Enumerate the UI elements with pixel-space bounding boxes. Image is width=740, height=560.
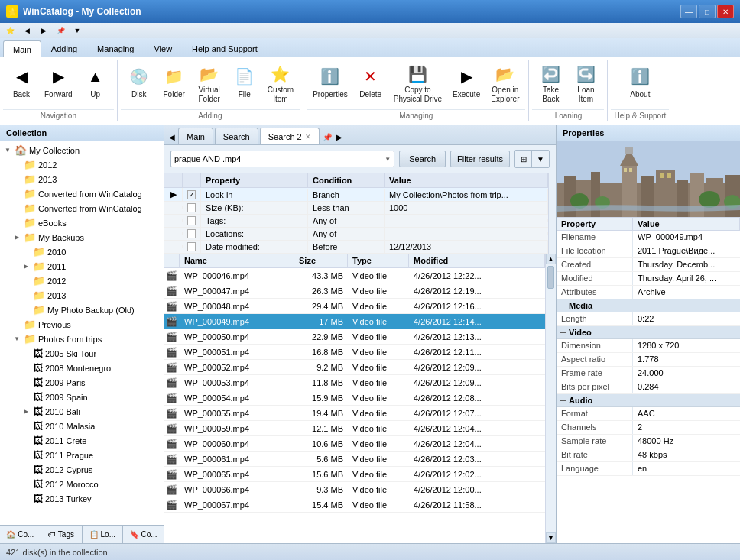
tab-main[interactable]: Main	[178, 128, 213, 144]
sidebar-tree-item-22[interactable]: 🖼2012 Cyprus	[0, 462, 164, 477]
tree-expander-19[interactable]	[21, 422, 31, 431]
sidebar-tree-item-16[interactable]: 🖼2009 Paris	[0, 375, 164, 390]
file-row-14[interactable]: 🎬WP_000066.mp49.3 MBVideo file4/26/2012 …	[164, 482, 545, 497]
tree-expander-21[interactable]	[21, 451, 31, 460]
sidebar-tree-item-20[interactable]: 🖼2011 Crete	[0, 433, 164, 448]
sidebar-tree-item-14[interactable]: 🖼2005 Ski Tour	[0, 346, 164, 361]
col-header-icon[interactable]	[164, 254, 180, 267]
qa-dropdown-btn[interactable]: ▼	[70, 24, 84, 37]
tab-managing[interactable]: Managing	[87, 40, 144, 57]
qa-star-icon[interactable]: ⭐	[3, 24, 17, 37]
tree-expander-7[interactable]	[21, 248, 31, 257]
tab-search2-close[interactable]: ✕	[305, 133, 311, 141]
back-button[interactable]: ◀ Back	[5, 61, 38, 107]
sidebar-tree-item-23[interactable]: 🖼2012 Morocco	[0, 477, 164, 491]
filter-check-0[interactable]: ✓	[183, 189, 201, 201]
view-icon-btn[interactable]: ⊞	[515, 151, 532, 167]
file-row-2[interactable]: 🎬WP_000048.mp429.4 MBVideo file4/26/2012…	[164, 299, 545, 314]
virtual-folder-button[interactable]: 📂 VirtualFolder	[193, 61, 226, 107]
about-button[interactable]: ℹ️ About	[623, 61, 657, 107]
qa-forward-btn[interactable]: ▶	[37, 24, 50, 37]
scroll-thumb[interactable]	[547, 266, 554, 289]
filter-check-3[interactable]	[183, 228, 201, 240]
filter-check-1[interactable]	[183, 202, 201, 214]
checkbox-0[interactable]: ✓	[187, 190, 196, 199]
checkbox-4[interactable]	[187, 242, 196, 251]
tree-expander-3[interactable]	[12, 189, 21, 199]
file-row-4[interactable]: 🎬WP_000050.mp422.9 MBVideo file4/26/2012…	[164, 329, 545, 345]
custom-item-button[interactable]: ⭐ CustomItem	[263, 61, 298, 107]
properties-button[interactable]: ℹ️ Properties	[308, 61, 352, 107]
tab-nav-right[interactable]: ▶	[333, 131, 346, 143]
search-input[interactable]: prague AND .mp4 ▼	[170, 151, 394, 167]
search-button[interactable]: Search	[399, 151, 446, 167]
loan-item-button[interactable]: ↪️ LoanItem	[569, 61, 602, 107]
tree-expander-2[interactable]	[12, 175, 21, 184]
sidebar-tree-item-4[interactable]: 📁Converted from WinCatalog	[0, 201, 164, 215]
sidebar-tree-item-24[interactable]: 🖼2013 Turkey	[0, 491, 164, 506]
file-row-5[interactable]: 🎬WP_000051.mp416.8 MBVideo file4/26/2012…	[164, 345, 545, 360]
sidebar-tree-item-3[interactable]: 📁Converted from WinCatalog	[0, 186, 164, 201]
sidebar-tree-item-13[interactable]: ▼📁Photos from trips	[0, 332, 164, 346]
col-header-name[interactable]: Name	[180, 254, 294, 267]
forward-button[interactable]: ▶ Forward	[40, 61, 77, 107]
tree-expander-23[interactable]	[21, 480, 31, 489]
tree-expander-10[interactable]	[21, 291, 31, 300]
up-button[interactable]: ▲ Up	[79, 61, 112, 107]
tab-new-tab[interactable]: 📌	[321, 131, 333, 143]
checkbox-2[interactable]	[187, 216, 196, 225]
minimize-button[interactable]: —	[680, 5, 697, 18]
tree-expander-5[interactable]	[12, 218, 21, 228]
filter-row-3[interactable]: Locations:Any of	[164, 228, 548, 241]
checkbox-3[interactable]	[187, 229, 196, 238]
file-row-0[interactable]: 🎬WP_000046.mp443.3 MBVideo file4/26/2012…	[164, 268, 545, 283]
filter-row-4[interactable]: Date modified:Before12/12/2013	[164, 241, 548, 254]
file-row-11[interactable]: 🎬WP_000060.mp410.6 MBVideo file4/26/2012…	[164, 436, 545, 452]
prop-section-audio[interactable]: —Audio	[557, 394, 740, 407]
tree-expander-18[interactable]: ▶	[21, 407, 31, 416]
sidebar-tree-item-10[interactable]: 📁2013	[0, 288, 164, 303]
execute-button[interactable]: ▶ Execute	[448, 61, 485, 107]
sidebar-tree-item-9[interactable]: 📁2012	[0, 274, 164, 288]
qa-back-btn[interactable]: ◀	[20, 24, 34, 37]
view-list-btn[interactable]: ▼	[532, 151, 549, 167]
sidebar-tree-item-15[interactable]: 🖼2008 Montenegro	[0, 361, 164, 375]
scroll-up-arrow[interactable]: ▲	[546, 254, 556, 264]
tab-main[interactable]: Main	[3, 40, 41, 57]
file-row-1[interactable]: 🎬WP_000047.mp426.3 MBVideo file4/26/2012…	[164, 283, 545, 299]
sidebar-tree-item-8[interactable]: ▶📁2011	[0, 259, 164, 274]
file-row-13[interactable]: 🎬WP_000065.mp415.6 MBVideo file4/26/2012…	[164, 467, 545, 482]
prop-section-media[interactable]: —Media	[557, 299, 740, 312]
sidebar-tree-item-1[interactable]: 📁2012	[0, 157, 164, 172]
file-row-8[interactable]: 🎬WP_000054.mp415.9 MBVideo file4/26/2012…	[164, 390, 545, 406]
file-row-9[interactable]: 🎬WP_000055.mp419.4 MBVideo file4/26/2012…	[164, 406, 545, 421]
file-row-3[interactable]: 🎬WP_000049.mp417 MBVideo file4/26/2012 1…	[164, 314, 545, 329]
sidebar-tree-item-5[interactable]: 📁eBooks	[0, 215, 164, 230]
tree-expander-11[interactable]	[21, 306, 31, 315]
filter-results-button[interactable]: Filter results	[450, 151, 510, 167]
sidebar-tab-collection2[interactable]: 🔖 Co...	[123, 526, 164, 543]
sidebar-tree-item-6[interactable]: ▶📁My Backups	[0, 230, 164, 244]
open-in-explorer-button[interactable]: 📂 Open inExplorer	[486, 61, 524, 107]
sidebar-tab-collection[interactable]: 🏠 Co...	[0, 526, 41, 543]
file-button[interactable]: 📄 File	[228, 61, 261, 107]
sidebar-tree-item-2[interactable]: 📁2013	[0, 172, 164, 186]
filter-row-0[interactable]: ▶✓Look inBranchMy Collection\Photos from…	[164, 188, 548, 202]
sidebar-tree-item-17[interactable]: 🖼2009 Spain	[0, 390, 164, 404]
filter-check-4[interactable]	[183, 241, 201, 253]
tree-expander-1[interactable]	[12, 160, 21, 170]
col-header-type[interactable]: Type	[348, 254, 409, 267]
tree-expander-12[interactable]	[12, 320, 21, 329]
col-header-size[interactable]: Size	[294, 254, 348, 267]
filter-check-2[interactable]	[183, 215, 201, 227]
file-row-7[interactable]: 🎬WP_000053.mp411.8 MBVideo file4/26/2012…	[164, 375, 545, 390]
sidebar-tab-loaning[interactable]: 📋 Lo...	[83, 526, 124, 543]
sidebar-tree-item-7[interactable]: 📁2010	[0, 244, 164, 259]
tree-expander-14[interactable]	[21, 349, 31, 358]
tree-expander-16[interactable]	[21, 378, 31, 387]
sidebar-tree-item-12[interactable]: 📁Previous	[0, 317, 164, 332]
prop-section-video[interactable]: —Video	[557, 326, 740, 339]
file-row-12[interactable]: 🎬WP_000061.mp45.6 MBVideo file4/26/2012 …	[164, 452, 545, 467]
tab-view[interactable]: View	[144, 40, 182, 57]
tab-help[interactable]: Help and Support	[182, 40, 268, 57]
